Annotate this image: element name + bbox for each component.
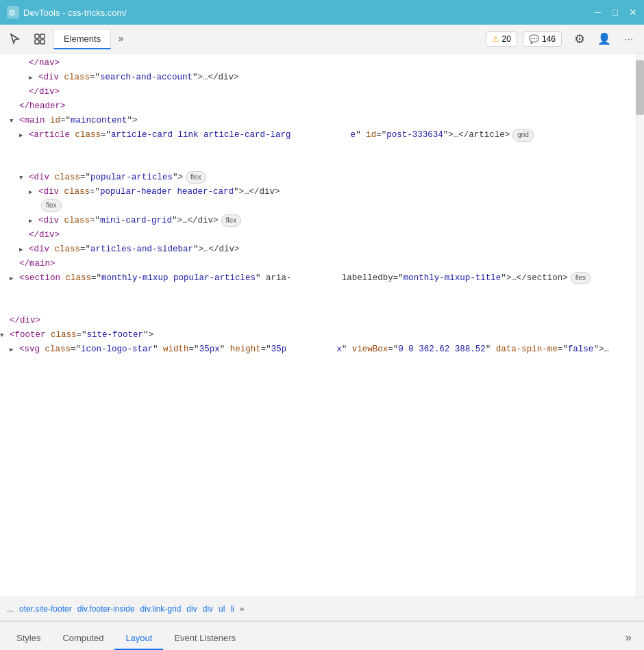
table-row[interactable]: <div class="popular-header header-card">… [0,185,634,199]
table-row[interactable]: <svg class="icon-logo-star" width="35px"… [0,342,617,385]
warning-count: 20 [502,34,511,44]
minimize-button[interactable]: ─ [595,7,602,18]
svg-rect-2 [35,34,39,38]
tab-styles[interactable]: Styles [5,627,51,650]
maximize-button[interactable]: □ [612,7,618,18]
svg-rect-4 [35,40,39,44]
svg-rect-5 [40,40,45,44]
title-bar: ⚙ DevTools - css-tricks.com/ ─ □ ✕ [0,0,644,25]
message-icon: 💬 [529,34,539,44]
scrollbar[interactable] [636,53,644,597]
cursor-tool-button[interactable] [4,28,26,50]
breadcrumb-item[interactable]: div.link-grid [138,603,184,615]
svg-rect-3 [40,34,45,38]
more-tabs-icon[interactable]: » [618,627,639,650]
breadcrumb-item[interactable]: div [184,603,199,615]
toolbar: Elements » ⚠ 20 💬 146 ⚙ 👤 ··· [0,25,644,53]
breadcrumb-more-icon[interactable]: » [240,604,245,614]
warning-icon: ⚠ [492,34,499,44]
tab-event-listeners[interactable]: Event Listeners [163,627,247,650]
table-row[interactable]: <div class="mini-card-grid">…</div>flex [0,214,634,228]
devtools-icon: ⚙ [7,6,19,18]
table-row[interactable]: <main id="maincontent"> [0,114,634,128]
warning-badge[interactable]: ⚠ 20 [486,32,517,47]
breadcrumb-item[interactable]: li [227,603,236,615]
breadcrumb-item[interactable]: div.footer-inside [75,603,138,615]
message-badge[interactable]: 💬 146 [523,32,562,47]
table-row[interactable]: </main> [0,257,634,271]
table-row[interactable]: <article class="article-card link articl… [0,128,634,171]
breadcrumb: ... oter.site-footer div.footer-inside d… [0,597,644,621]
more-tabs-chevron[interactable]: » [114,31,127,47]
table-row[interactable]: </div> [0,85,634,99]
elements-tab[interactable]: Elements [53,29,111,49]
settings-button[interactable]: ⚙ [569,28,591,50]
more-options-button[interactable]: ··· [618,28,640,50]
message-count: 146 [542,34,556,44]
breadcrumb-item[interactable]: ul [216,603,227,615]
tab-layout[interactable]: Layout [114,627,163,650]
breadcrumb-item[interactable]: oter.site-footer [16,603,75,615]
tab-computed[interactable]: Computed [51,627,114,650]
code-area: </nav> <div class="search-and-account">…… [0,53,644,597]
table-row[interactable]: <footer class="site-footer"> [0,328,634,342]
bottom-tabs: Styles Computed Layout Event Listeners » [0,621,644,650]
inspect-button[interactable] [29,28,51,50]
table-row[interactable]: </nav> [0,56,634,71]
breadcrumb-item[interactable]: div [200,603,216,615]
table-row[interactable]: </div> [0,228,634,242]
table-row[interactable]: <section class="monthly-mixup popular-ar… [0,271,617,314]
table-row[interactable]: </div> [0,314,634,328]
close-button[interactable]: ✕ [629,7,637,18]
title-text: DevTools - css-tricks.com/ [23,8,595,18]
profile-button[interactable]: 👤 [593,28,615,50]
breadcrumb-ellipsis[interactable]: ... [4,603,16,615]
scrollbar-thumb[interactable] [636,60,644,115]
table-row: flex [0,199,634,214]
table-row[interactable]: </header> [0,99,634,114]
table-row[interactable]: <div class="popular-articles">flex [0,171,634,185]
table-row[interactable]: <div class="search-and-account">…</div> [0,71,634,85]
elements-panel: </nav> <div class="search-and-account">…… [0,53,644,597]
table-row[interactable]: <div class="articles-and-sidebar">…</div… [0,242,634,257]
svg-text:⚙: ⚙ [8,8,16,18]
